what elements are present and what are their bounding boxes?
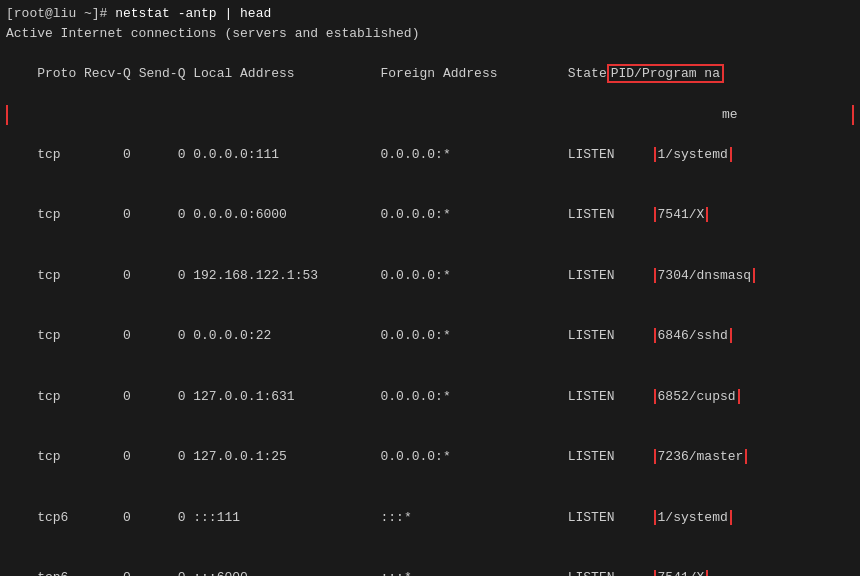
pid-value: 7236/master	[654, 449, 748, 464]
pid-value: 6852/cupsd	[654, 389, 740, 404]
active-connections-1: Active Internet connections (servers and…	[6, 24, 854, 44]
table-row: tcp6 0 0 :::111 :::* LISTEN 1/systemd	[6, 487, 854, 547]
terminal-window: [root@liu ~]# netstat -antp | head Activ…	[0, 0, 860, 576]
table-row: tcp 0 0 192.168.122.1:53 0.0.0.0:* LISTE…	[6, 246, 854, 306]
table-row: tcp 0 0 0.0.0.0:22 0.0.0.0:* LISTEN 6846…	[6, 306, 854, 366]
prompt-line-1: [root@liu ~]# netstat -antp | head	[6, 4, 854, 24]
table-row: tcp 0 0 0.0.0.0:111 0.0.0.0:* LISTEN 1/s…	[6, 125, 854, 185]
header-row-1: Proto Recv-Q Send-Q Local Address Foreig…	[6, 44, 854, 104]
command-1: netstat -antp | head	[115, 6, 271, 21]
header-pid-1: PID/Program na	[607, 64, 724, 83]
pid-value: 7541/X	[654, 570, 709, 576]
pid-value: 6846/sshd	[654, 328, 732, 343]
table-row: tcp6 0 0 :::6000 :::* LISTEN 7541/X	[6, 548, 854, 576]
pid-value: 1/systemd	[654, 510, 732, 525]
table-row: tcp 0 0 127.0.0.1:631 0.0.0.0:* LISTEN 6…	[6, 367, 854, 427]
prompt-1: [root@liu ~]#	[6, 6, 115, 21]
table-row: tcp 0 0 127.0.0.1:25 0.0.0.0:* LISTEN 72…	[6, 427, 854, 487]
header-pid-line2: me	[6, 105, 854, 125]
pid-value: 7541/X	[654, 207, 709, 222]
table-row: tcp 0 0 0.0.0.0:6000 0.0.0.0:* LISTEN 75…	[6, 185, 854, 245]
pid-value: 1/systemd	[654, 147, 732, 162]
header-cols-1: Proto Recv-Q Send-Q Local Address Foreig…	[37, 66, 607, 81]
pid-value: 7304/dnsmasq	[654, 268, 756, 283]
